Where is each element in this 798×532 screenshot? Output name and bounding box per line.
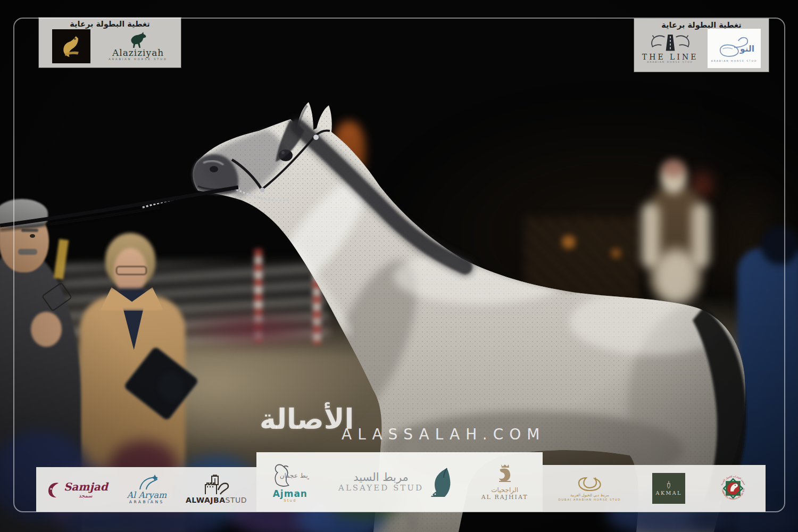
photo-border-frame bbox=[13, 18, 785, 512]
photo-canvas: الأصالة ALASSALAH.COM تغطية البطولة برعا… bbox=[0, 0, 798, 532]
